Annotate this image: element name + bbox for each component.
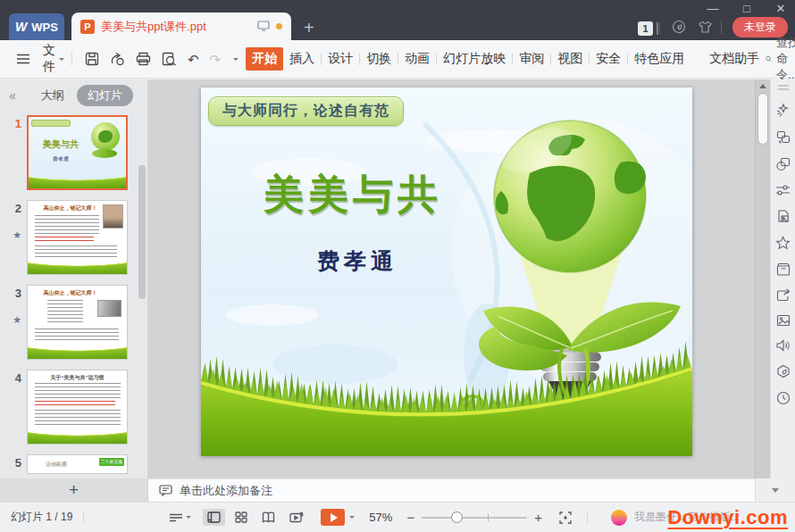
smart-beautify-icon[interactable] <box>775 103 791 118</box>
tab-animation[interactable]: 动画 <box>398 47 436 71</box>
adjust-sliders-icon[interactable] <box>775 184 791 196</box>
tab-slideshow[interactable]: 幻灯片放映 <box>437 47 512 71</box>
fit-to-window-icon[interactable] <box>555 509 576 527</box>
slide-header-badge[interactable]: 与大师同行，论述自有范 <box>208 96 404 126</box>
slide-panel: « 大纲 幻灯片 1 美美与共 费孝通 <box>0 79 148 478</box>
thumb-title: 美美与共 <box>34 138 88 151</box>
window-controls: — □ ✕ <box>706 2 788 15</box>
thumb-textlines-red <box>35 237 94 244</box>
tab-list-icon[interactable] <box>657 22 660 35</box>
thumb-textlines <box>35 410 121 428</box>
thumb-textlines <box>35 215 99 235</box>
slide-subtitle-text[interactable]: 费孝通 <box>277 246 438 276</box>
notes-toggle-icon[interactable] <box>164 511 196 525</box>
skin-tshirt-icon[interactable] <box>698 21 713 37</box>
play-from-current-icon[interactable] <box>285 509 308 527</box>
tab-security[interactable]: 安全 <box>590 47 627 71</box>
slide-editor[interactable]: 与大师同行，论述自有范 美美与共 费孝通 <box>201 87 692 456</box>
collapse-panel-button[interactable]: « <box>9 88 16 103</box>
right-toolbar <box>770 79 795 478</box>
outline-tab[interactable]: 大纲 <box>41 87 64 104</box>
notes-bar[interactable]: 单击此处添加备注 <box>148 478 755 502</box>
main-vertical-scrollbar[interactable] <box>755 79 770 478</box>
material-box-icon[interactable] <box>776 262 791 276</box>
wps-home-tab[interactable]: W WPS <box>9 13 64 40</box>
template-library-icon[interactable] <box>776 209 791 223</box>
zoom-slider-knob[interactable] <box>451 511 463 523</box>
undo-icon[interactable]: ↶ <box>182 50 205 69</box>
downyi-watermark: Downyi.com <box>667 506 788 529</box>
tab-special-features[interactable]: 特色应用 <box>628 47 690 71</box>
tab-view[interactable]: 视图 <box>551 47 589 71</box>
rail-more-strip[interactable] <box>755 478 795 502</box>
output-convert-icon[interactable] <box>105 49 130 69</box>
thumbnail-scrollbar[interactable] <box>138 165 146 299</box>
maximize-button[interactable]: □ <box>740 2 754 15</box>
zoom-in-button[interactable]: + <box>529 510 548 525</box>
slide-thumbnail-4[interactable]: 关于“美美与共”说习惯 <box>27 370 128 445</box>
assistant-avatar[interactable] <box>611 510 627 526</box>
tab-doc-assistant[interactable]: 文档助手 <box>703 47 766 71</box>
thumb-photo <box>97 300 121 317</box>
audio-speaker-icon[interactable] <box>775 339 791 352</box>
thumb-leaf-graphic <box>92 149 117 158</box>
slide-thumbnail-2[interactable]: 高山仰止，铭记大师！ <box>27 200 128 275</box>
print-icon[interactable] <box>130 49 156 69</box>
file-menu-caret-icon[interactable] <box>59 58 64 61</box>
zoom-percent[interactable]: 57% <box>369 511 392 524</box>
scroll-up-arrow-icon[interactable] <box>759 84 766 88</box>
slide-thumbnail-5[interactable]: 活动积累 二个发言角 <box>27 454 128 474</box>
slides-tab[interactable]: 幻灯片 <box>77 85 133 106</box>
find-command-box[interactable]: 查找命令... <box>766 35 795 83</box>
tab-home[interactable]: 开始 <box>246 47 283 71</box>
scrollbar-thumb[interactable] <box>757 93 768 145</box>
docer-leaf-icon[interactable] <box>776 364 791 378</box>
tab-insert[interactable]: 插入 <box>283 47 321 71</box>
present-mode-icon[interactable] <box>257 19 270 35</box>
thumb-grass <box>28 261 127 274</box>
zoom-out-button[interactable]: − <box>401 510 420 525</box>
thumb-textlines <box>47 300 83 323</box>
close-button[interactable]: ✕ <box>774 2 788 15</box>
slideshow-play-button[interactable] <box>321 509 345 526</box>
tab-count-badge[interactable]: 1 <box>638 21 653 36</box>
slide-thumbnail-1[interactable]: 美美与共 费孝通 <box>27 115 128 190</box>
image-icon[interactable] <box>776 314 791 327</box>
zoom-slider[interactable] <box>422 511 527 524</box>
merge-shapes-icon[interactable] <box>776 157 791 171</box>
print-preview-icon[interactable] <box>156 49 182 69</box>
file-menu[interactable]: 文件 <box>43 43 55 75</box>
switch-shapes-icon[interactable] <box>776 130 791 145</box>
thumb-grass <box>29 175 126 188</box>
rail-drag-handle[interactable] <box>777 85 790 90</box>
titlebar-icons: 1 <box>638 20 713 37</box>
tab-review[interactable]: 审阅 <box>513 47 550 71</box>
unsaved-indicator-dot <box>276 23 282 29</box>
tab-design[interactable]: 设计 <box>322 47 359 71</box>
status-divider <box>587 511 588 524</box>
share-icon[interactable] <box>776 288 791 302</box>
new-tab-button[interactable]: + <box>304 19 314 37</box>
slide-title-text[interactable]: 美美与共 <box>228 168 478 221</box>
play-icon <box>331 513 338 522</box>
menu-hamburger-icon[interactable] <box>11 51 36 67</box>
tab-transition[interactable]: 切换 <box>360 47 398 71</box>
favorites-star-icon[interactable] <box>775 236 791 250</box>
thumb-textlines <box>35 328 119 343</box>
ribbon-bar: 文件 ↶ ↷ 开始 插入 设计 切换 动画 幻灯片放映 <box>0 40 795 79</box>
save-icon[interactable] <box>80 49 105 69</box>
minimize-button[interactable]: — <box>706 2 720 15</box>
slide-sorter-view-button[interactable] <box>230 509 252 526</box>
redo-icon[interactable]: ↷ <box>205 50 227 69</box>
reading-view-button[interactable] <box>257 509 280 526</box>
add-slide-button[interactable]: + <box>0 478 148 502</box>
normal-view-button[interactable] <box>203 509 225 526</box>
document-tab[interactable]: P 美美与共ppt课件.ppt <box>71 12 291 40</box>
history-clock-icon[interactable] <box>776 391 791 405</box>
slide-thumbnail-3[interactable]: 高山仰止，铭记大师！ <box>27 285 128 360</box>
quickbar-customize-caret-icon[interactable] <box>233 58 238 61</box>
notes-icon <box>159 485 172 496</box>
promo-leaf-icon[interactable] <box>672 20 686 37</box>
play-options-caret-icon[interactable] <box>349 516 355 519</box>
notes-row: + 单击此处添加备注 <box>0 478 795 502</box>
